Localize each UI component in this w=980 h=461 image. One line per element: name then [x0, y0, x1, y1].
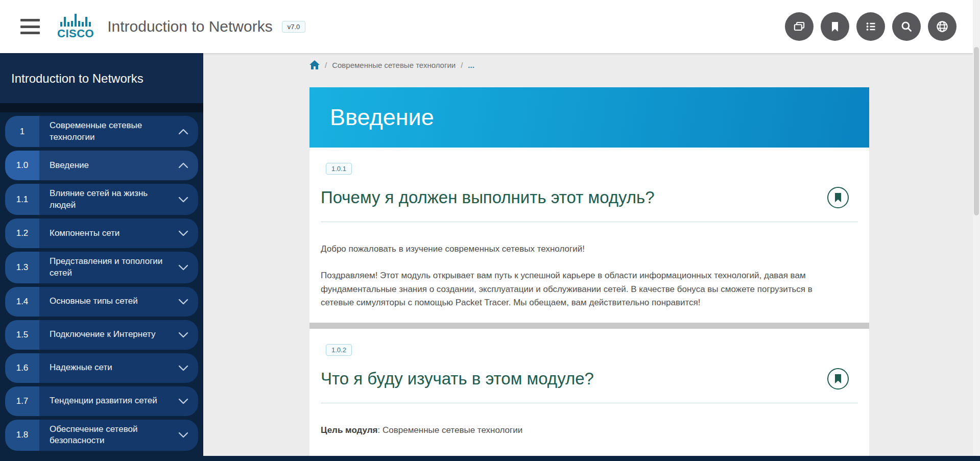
chevron-down-icon — [169, 353, 198, 383]
chevron-down-icon — [169, 184, 198, 215]
section-bookmark-button[interactable] — [827, 187, 849, 208]
sidebar-item-label: Компоненты сети — [39, 219, 169, 248]
paragraph: Добро пожаловать в изучение современных … — [321, 242, 842, 256]
cisco-logo: CISCO — [57, 13, 94, 40]
sidebar-item-1.3[interactable]: 1.3 Представления и топологии сетей — [5, 252, 198, 283]
module-banner: Введение — [309, 87, 869, 148]
sidebar-item-1.6[interactable]: 1.6 Надежные сети — [5, 353, 198, 383]
section-title: Что я буду изучать в этом модуле? — [321, 369, 594, 389]
content-area: Введение 1.0.1 Почему я должен выполнить… — [309, 87, 869, 456]
index-list-button[interactable] — [856, 12, 885, 41]
section-title: Почему я должен выполнить этот модуль? — [321, 188, 655, 207]
bookmarks-button[interactable] — [821, 12, 849, 41]
chevron-down-icon — [169, 252, 198, 283]
section-paragraphs: Добро пожаловать в изучение современных … — [321, 242, 858, 309]
section-badge: 1.0.1 — [326, 163, 352, 175]
search-icon — [899, 19, 914, 34]
sidebar-item-number: 1.5 — [5, 320, 39, 350]
sidebar-item-label: Введение — [39, 151, 169, 180]
sidebar-item-label: Обеспечение сетевой безопасности — [39, 420, 169, 451]
sidebar-item-label: Основные типы сетей — [39, 287, 169, 317]
bookmark-icon — [834, 193, 842, 202]
section-divider — [309, 323, 869, 329]
section-heading-row: Почему я должен выполнить этот модуль? — [321, 187, 858, 208]
page-scrollbar[interactable] — [973, 0, 980, 461]
breadcrumb-separator: / — [461, 61, 463, 69]
cisco-bars-icon — [60, 13, 91, 27]
bookmark-icon — [834, 374, 842, 383]
version-badge: v7.0 — [282, 21, 306, 33]
section-bookmark-button[interactable] — [827, 368, 849, 390]
sidebar-item-1.1[interactable]: 1.1 Влияние сетей на жизнь людей — [5, 184, 198, 215]
chevron-down-icon — [169, 420, 198, 451]
course-title: Introduction to Networks — [107, 18, 272, 35]
sidebar-item-number: 1.8 — [5, 420, 39, 451]
sidebar-item-number: 1 — [5, 116, 39, 147]
sidebar-item-1.4[interactable]: 1.4 Основные типы сетей — [5, 287, 198, 317]
sidebar-item-1.8[interactable]: 1.8 Обеспечение сетевой безопасности — [5, 420, 198, 451]
sidebar-item-label: Влияние сетей на жизнь людей — [39, 184, 169, 215]
chevron-up-icon — [169, 116, 198, 147]
topbar-actions — [785, 12, 957, 41]
globe-icon — [935, 19, 950, 34]
chevron-up-icon — [169, 151, 198, 180]
sidebar-nav: 1 Современные сетевые технологии 1.0 Вве… — [0, 112, 203, 451]
search-button[interactable] — [892, 12, 921, 41]
section-rule — [321, 403, 858, 403]
content-section: 1.0.1 Почему я должен выполнить этот мод… — [309, 148, 869, 309]
sidebar-item-number: 1.4 — [5, 287, 39, 317]
top-bar: CISCO Introduction to Networks v7.0 — [0, 0, 980, 53]
banner-title: Введение — [330, 104, 434, 131]
sidebar-header: Introduction to Networks — [0, 53, 203, 103]
bookmark-icon — [828, 19, 842, 34]
app: CISCO Introduction to Networks v7.0 — [0, 0, 980, 461]
breadcrumb: / Современные сетевые технологии / ... — [309, 60, 474, 70]
section-heading-row: Что я буду изучать в этом модуле? — [321, 368, 858, 390]
sidebar-item-number: 1.0 — [5, 151, 39, 180]
chevron-down-icon — [169, 320, 198, 350]
sidebar-course-title: Introduction to Networks — [11, 71, 192, 86]
windows-stack-button[interactable] — [785, 12, 814, 41]
language-globe-button[interactable] — [928, 12, 957, 41]
sidebar-item-label: Подключение к Интернету — [39, 320, 169, 350]
sidebar-item-1[interactable]: 1 Современные сетевые технологии — [5, 116, 198, 147]
bottom-bar — [0, 456, 980, 461]
section-rule — [321, 222, 858, 222]
paragraph: Поздравляем! Этот модуль открывает вам п… — [321, 269, 842, 309]
sidebar-item-1.5[interactable]: 1.5 Подключение к Интернету — [5, 320, 198, 350]
sidebar-item-number: 1.1 — [5, 184, 39, 215]
section-paragraphs: Цель модуля: Современные сетевые техноло… — [321, 424, 858, 437]
chevron-down-icon — [169, 386, 198, 416]
sidebar-item-number: 1.7 — [5, 386, 39, 416]
section-badge: 1.0.2 — [326, 344, 352, 356]
chevron-down-icon — [169, 219, 198, 248]
sidebar-item-1.2[interactable]: 1.2 Компоненты сети — [5, 219, 198, 248]
scrollbar-thumb[interactable] — [974, 47, 979, 215]
chevron-down-icon — [169, 287, 198, 317]
sidebar-item-label: Современные сетевые технологии — [39, 116, 169, 147]
sidebar-item-label: Представления и топологии сетей — [39, 252, 169, 283]
sidebar-item-label: Тенденции развития сетей — [39, 386, 169, 416]
sidebar-item-label: Надежные сети — [39, 353, 169, 383]
cisco-logo-text: CISCO — [57, 27, 94, 40]
paragraph: Цель модуля: Современные сетевые техноло… — [321, 424, 842, 437]
sidebar-divider — [0, 103, 203, 112]
content-section: 1.0.2 Что я буду изучать в этом модуле? … — [309, 329, 869, 437]
sidebar-item-1.0[interactable]: 1.0 Введение — [5, 151, 198, 180]
breadcrumb-item[interactable]: Современные сетевые технологии — [332, 61, 456, 69]
hamburger-menu-button[interactable] — [20, 19, 40, 34]
breadcrumb-ellipsis[interactable]: ... — [468, 61, 474, 69]
list-icon — [863, 19, 878, 34]
sidebar-item-1.7[interactable]: 1.7 Тенденции развития сетей — [5, 386, 198, 416]
home-icon[interactable] — [309, 60, 320, 70]
sidebar-item-number: 1.2 — [5, 219, 39, 248]
windows-stack-icon — [792, 19, 807, 34]
sidebar-item-number: 1.3 — [5, 252, 39, 283]
sidebar-item-number: 1.6 — [5, 353, 39, 383]
paragraph-bold-label: Цель модуля — [321, 425, 378, 435]
sidebar: Introduction to Networks 1 Современные с… — [0, 53, 203, 456]
breadcrumb-separator: / — [325, 61, 327, 69]
sections-container: 1.0.1 Почему я должен выполнить этот мод… — [309, 148, 869, 438]
